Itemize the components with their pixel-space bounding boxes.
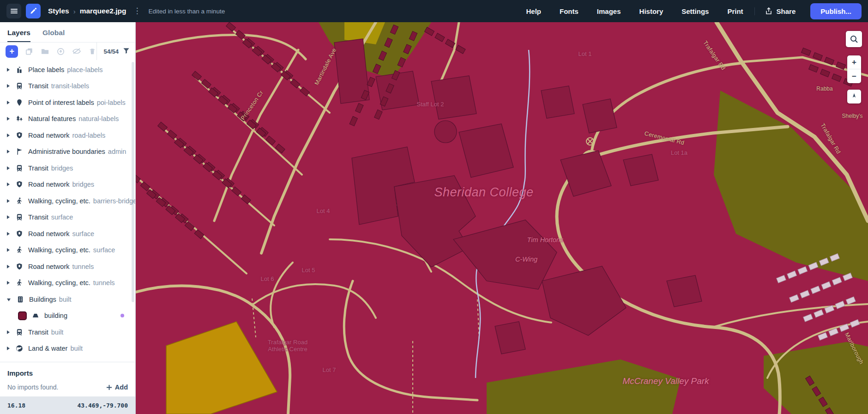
admin-icon [16,148,23,155]
nav-fonts[interactable]: Fonts [550,7,588,15]
layer-group-surface[interactable]: Transitsurface [0,209,135,226]
panel-tabs: Layers Global [0,22,135,43]
caret-right-icon[interactable] [7,330,10,334]
layer-row-building[interactable]: building [0,308,135,324]
map-status-bar: 16.18 43.469,-79.700 [0,396,135,414]
layer-group-transit-labels[interactable]: Transittransit-labels [0,78,135,95]
road-icon [16,132,23,139]
nav-help[interactable]: Help [517,7,551,15]
group-layers-folder-icon[interactable] [41,47,49,56]
walk-icon [16,197,23,205]
layer-group-surface[interactable]: Road networksurface [0,225,135,242]
natural-icon [16,115,23,122]
road-icon [16,230,23,237]
publish-button[interactable]: Publish... [810,3,862,19]
caret-right-icon[interactable] [7,183,10,186]
share-label: Share [777,7,796,15]
layer-group-name: Place labels [28,66,64,73]
layer-group-admin[interactable]: Administrative boundariesadmin [0,144,135,160]
layer-group-source: built [70,345,83,352]
caret-right-icon[interactable] [7,199,10,203]
layer-group-name: Walking, cycling, etc. [28,246,90,254]
map-art [136,22,868,414]
layer-group-source: barriers-bridges [93,197,135,205]
transit-icon [16,329,23,336]
nav-images[interactable]: Images [588,7,630,15]
layer-group-tunnels[interactable]: Road networktunnels [0,258,135,275]
layer-group-poi-labels[interactable]: Point of interest labelspoi-labels [0,94,135,111]
layer-group-built[interactable]: Transitbuilt [0,324,135,341]
layer-group-bridges[interactable]: Transitbridges [0,160,135,177]
caret-right-icon[interactable] [7,166,10,170]
layer-group-name: Buildings [29,296,56,303]
caret-right-icon[interactable] [7,232,10,236]
filter-layers-icon[interactable] [123,47,130,56]
layer-group-source: built [51,329,64,336]
tab-global[interactable]: Global [42,29,65,42]
tab-layers[interactable]: Layers [7,29,30,42]
style-editor-brush-icon[interactable] [26,4,41,18]
layer-group-built[interactable]: Buildingsbuilt [0,291,135,308]
caret-right-icon[interactable] [7,265,10,268]
nav-print[interactable]: Print [718,7,752,15]
caret-right-icon[interactable] [7,117,10,121]
layer-count: 54/54 [103,48,119,55]
layer-group-name: Transit [28,213,48,221]
compass-needle-icon [849,91,859,102]
compass-button[interactable] [847,90,861,104]
caret-right-icon[interactable] [7,68,10,72]
layer-group-place-labels[interactable]: Place labelsplace-labels [0,61,135,78]
layer-group-bridges[interactable]: Road networkbridges [0,177,135,193]
layer-group-source: tunnels [72,263,94,270]
caret-right-icon[interactable] [7,248,10,252]
edit-status: Edited in less than a minute [148,8,225,15]
layer-color-swatch [18,311,27,320]
style-menu-kebab-icon[interactable]: ⋮ [133,9,141,13]
caret-right-icon[interactable] [7,150,10,153]
polygon-type-icon [32,312,39,319]
layer-group-tunnels[interactable]: Walking, cycling, etc.tunnels [0,275,135,292]
landwater-icon [16,345,23,352]
breadcrumb-styles[interactable]: Styles [48,7,69,15]
layer-toolbar: + 54/54 [0,43,135,60]
layer-group-source: bridges [51,164,73,172]
layer-group-name: Transit [28,82,48,90]
layer-group-built[interactable]: Land & waterbuilt [0,341,135,357]
nav-links: HelpFontsImagesHistorySettingsPrint [517,7,753,15]
top-bar: Styles › marquee2.jpg ⋮ Edited in less t… [0,0,868,22]
duplicate-layer-icon[interactable] [25,47,34,56]
search-button[interactable] [846,31,862,47]
add-layer-button[interactable]: + [6,45,18,58]
caret-right-icon[interactable] [7,281,10,285]
hide-layer-eye-off-icon[interactable] [72,47,81,56]
delete-layer-trash-icon[interactable] [88,47,96,55]
layer-group-source: surface [51,213,73,221]
caret-right-icon[interactable] [7,134,10,137]
caret-right-icon[interactable] [7,347,10,350]
layer-group-barriers-bridges[interactable]: Walking, cycling, etc.barriers-bridges [0,193,135,209]
map-canvas[interactable]: Lot 1Trafalgar RdRabbaShelby'sMartindale… [136,22,868,414]
caret-right-icon[interactable] [7,215,10,219]
layer-group-road-labels[interactable]: Road networkroad-labels [0,127,135,144]
layer-group-name: Natural features [28,115,76,122]
layer-group-natural-labels[interactable]: Natural featuresnatural-labels [0,111,135,128]
caret-right-icon[interactable] [7,84,10,88]
layer-group-source: admin [108,148,127,155]
walk-icon [16,246,23,254]
nav-history[interactable]: History [630,7,673,15]
layer-group-surface[interactable]: Walking, cycling, etc.surface [0,242,135,259]
layer-group-source: surface [72,230,94,237]
zoom-to-layer-icon[interactable] [56,47,65,56]
zoom-control: + − [847,55,861,83]
share-button[interactable]: Share [754,7,806,15]
menu-icon[interactable] [6,4,21,18]
chevron-right-icon: › [73,7,76,15]
transit-icon [16,82,23,90]
caret-down-icon[interactable] [7,298,11,301]
add-import-button[interactable]: Add [106,384,128,391]
caret-right-icon[interactable] [7,101,10,104]
zoom-out-button[interactable]: − [847,69,861,83]
zoom-in-button[interactable]: + [847,55,861,69]
layer-group-name: Walking, cycling, etc. [28,279,90,286]
nav-settings[interactable]: Settings [672,7,718,15]
